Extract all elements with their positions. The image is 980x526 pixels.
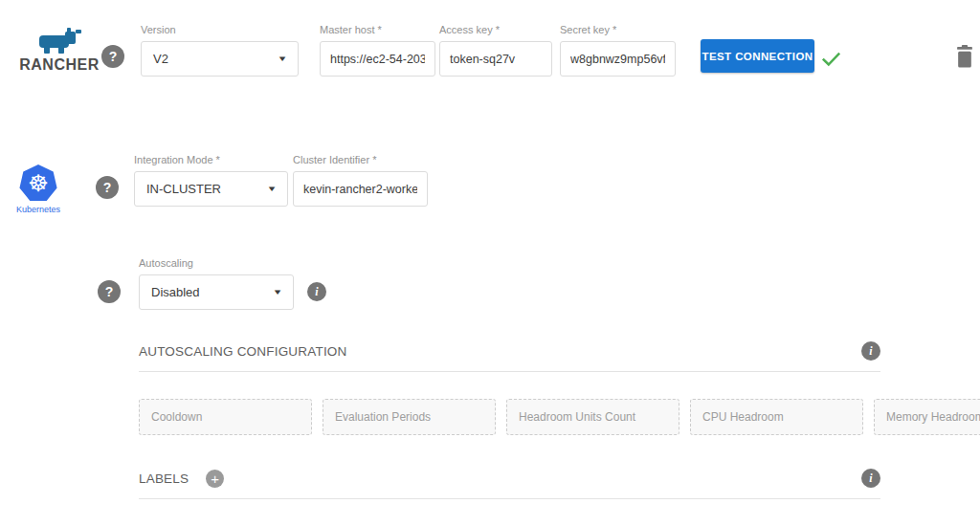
master-host-label: Master host * [320,24,435,36]
secret-key-label: Secret key * [560,24,676,36]
version-value: V2 [153,52,168,66]
kubernetes-helm-wheel-icon: ☸ [19,164,57,203]
chevron-down-icon: ▼ [277,55,287,63]
autoscaling-field: Autoscaling Disabled ▼ [139,257,294,310]
kubernetes-icon: ☸ [19,164,57,203]
help-icon-autoscaling[interactable]: ? [98,280,121,303]
secret-key-input[interactable] [560,41,676,77]
kubernetes-logo-text: Kubernetes [15,205,61,214]
version-select[interactable]: V2 ▼ [141,41,299,77]
autoscaling-configuration-title: AUTOSCALING CONFIGURATION [139,344,347,359]
rancher-logo: RANCHER [10,27,109,74]
cluster-identifier-field: Cluster Identifier * [293,154,428,207]
evaluation-periods-input[interactable] [323,399,496,435]
add-label-button[interactable]: + [206,470,224,488]
integration-mode-value: IN-CLUSTER [146,182,221,196]
autoscaling-label: Autoscaling [139,257,294,270]
rancher-logo-text: RANCHER [10,56,109,74]
cluster-identifier-label: Cluster Identifier * [293,154,428,166]
secret-key-field: Secret key * [560,24,676,77]
section-divider [139,498,880,499]
labels-section: LABELS + i [139,469,880,499]
integration-mode-label: Integration Mode * [134,154,288,166]
chevron-down-icon: ▼ [272,288,282,296]
autoscaling-value: Disabled [151,285,200,299]
connection-success-check-icon [818,46,844,75]
access-key-field: Access key * [439,24,552,77]
master-host-input[interactable] [320,41,435,77]
version-label: Version [141,24,299,36]
cluster-identifier-input[interactable] [293,171,428,207]
help-icon-kubernetes[interactable]: ? [96,176,119,199]
version-field: Version V2 ▼ [141,24,299,77]
info-icon-autoscaling-configuration[interactable]: i [861,341,880,361]
autoscaling-select[interactable]: Disabled ▼ [139,274,294,310]
info-icon-autoscaling[interactable]: i [307,282,326,301]
access-key-input[interactable] [439,41,552,77]
rancher-bull-icon [10,27,109,55]
integration-mode-select[interactable]: IN-CLUSTER ▼ [134,171,288,207]
trash-icon[interactable] [955,44,974,73]
cooldown-input[interactable] [139,399,312,435]
test-connection-button[interactable]: TEST CONNECTION [701,39,814,73]
labels-title: LABELS [139,471,189,486]
help-icon-rancher[interactable]: ? [101,45,124,68]
autoscaling-configuration-section: AUTOSCALING CONFIGURATION i [139,341,880,372]
memory-headroom-input[interactable] [874,399,980,435]
headroom-units-count-input[interactable] [506,399,679,435]
kubernetes-logo: ☸ Kubernetes [15,164,61,214]
access-key-label: Access key * [439,24,552,36]
chevron-down-icon: ▼ [266,185,277,193]
cpu-headroom-input[interactable] [690,399,863,435]
info-icon-labels[interactable]: i [861,469,880,488]
autoscaling-configuration-fields [139,399,880,435]
section-divider [139,371,880,372]
integration-mode-field: Integration Mode * IN-CLUSTER ▼ [134,154,288,207]
master-host-field: Master host * [320,24,435,77]
